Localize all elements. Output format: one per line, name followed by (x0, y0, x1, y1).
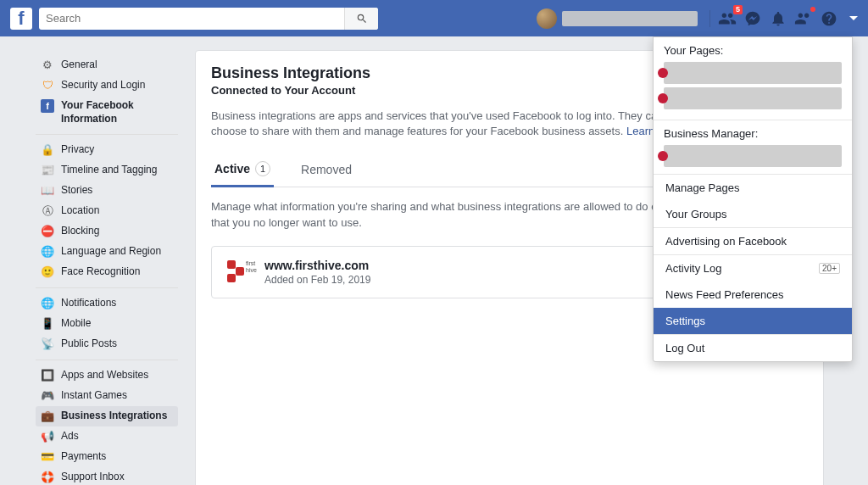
dropdown-log-out[interactable]: Log Out (654, 335, 852, 361)
book-icon: 📖 (41, 184, 54, 198)
sidebar-item-notifications[interactable]: 🌐Notifications (36, 293, 178, 314)
block-icon: ⛔ (41, 225, 54, 238)
search-icon (356, 13, 368, 25)
gamepad-icon: 🎮 (41, 389, 54, 403)
profile-link[interactable] (531, 6, 703, 31)
sidebar-item-language[interactable]: 🌐Language and Region (36, 242, 178, 262)
sidebar-item-apps[interactable]: 🔲Apps and Websites (36, 365, 178, 386)
mobile-icon: 📱 (41, 317, 54, 331)
search-wrap (39, 8, 378, 30)
bm-entry-redacted[interactable] (664, 145, 842, 167)
avatar (537, 8, 557, 29)
facebook-logo[interactable]: f (10, 8, 32, 30)
quick-help-icon[interactable] (793, 8, 814, 29)
dropdown-news-feed[interactable]: News Feed Preferences (654, 282, 852, 308)
page-entry-redacted[interactable] (664, 62, 842, 84)
facebook-small-icon: f (41, 99, 54, 113)
lifebuoy-icon: 🛟 (41, 471, 54, 484)
apps-icon: 🔲 (41, 369, 54, 382)
tab-active[interactable]: Active 1 (211, 153, 274, 187)
rss-icon: 📡 (41, 337, 54, 351)
messenger-icon[interactable] (743, 8, 763, 29)
face-icon: 🙂 (41, 265, 54, 279)
globe-lang-icon: 🌐 (41, 245, 54, 259)
topbar-right: 5 (531, 6, 858, 31)
profile-name-redacted (562, 11, 698, 26)
dropdown-activity-log[interactable]: Activity Log 20+ (654, 255, 852, 282)
dropdown-pages-heading: Your Pages: (664, 44, 842, 57)
globe-icon: 🌐 (41, 297, 54, 310)
sidebar-item-general[interactable]: ⚙General (36, 55, 178, 75)
dropdown-advertising[interactable]: Advertising on Facebook (654, 228, 852, 254)
settings-sidebar: ⚙General 🛡Security and Login fYour Faceb… (36, 50, 178, 485)
sidebar-item-privacy[interactable]: 🔒Privacy (36, 140, 178, 160)
dot-badge (810, 7, 815, 12)
search-input[interactable] (39, 8, 378, 30)
sidebar-item-public-posts[interactable]: 📡Public Posts (36, 334, 178, 354)
app-text: www.firsthive.com Added on Feb 19, 2019 (264, 259, 370, 286)
sidebar-item-stories[interactable]: 📖Stories (36, 181, 178, 201)
account-dropdown: Your Pages: Business Manager: Manage Pag… (653, 36, 853, 362)
sidebar-item-blocking[interactable]: ⛔Blocking (36, 221, 178, 242)
sidebar-item-ads[interactable]: 📢Ads (36, 426, 178, 447)
account-menu-caret[interactable] (849, 16, 858, 20)
shield-icon: 🛡 (41, 79, 54, 92)
activity-count-badge: 20+ (819, 263, 840, 274)
dropdown-settings[interactable]: Settings (654, 308, 852, 334)
sidebar-item-instant-games[interactable]: 🎮Instant Games (36, 386, 178, 406)
sidebar-item-your-info[interactable]: fYour Facebook Information (36, 96, 178, 129)
sidebar-item-payments[interactable]: 💳Payments (36, 447, 178, 467)
tab-count: 1 (255, 161, 270, 176)
help-icon[interactable] (819, 8, 839, 29)
app-name: www.firsthive.com (264, 259, 370, 272)
tab-removed[interactable]: Removed (298, 154, 355, 185)
separator (709, 10, 710, 27)
dropdown-bm-heading: Business Manager: (664, 127, 842, 140)
top-nav: f 5 (0, 0, 868, 36)
sidebar-item-business-integrations[interactable]: 💼Business Integrations (36, 406, 178, 426)
dropdown-manage-pages[interactable]: Manage Pages (654, 175, 852, 201)
friend-badge: 5 (733, 5, 743, 14)
sidebar-item-location[interactable]: ⒶLocation (36, 201, 178, 221)
page-entry-redacted[interactable] (664, 87, 842, 109)
friend-requests-icon[interactable]: 5 (717, 8, 737, 29)
lock-icon: 🔒 (41, 143, 54, 157)
card-icon: 💳 (41, 450, 54, 464)
sidebar-item-mobile[interactable]: 📱Mobile (36, 314, 178, 334)
briefcase-icon: 💼 (41, 410, 54, 423)
sidebar-item-support-inbox[interactable]: 🛟Support Inbox (36, 467, 178, 485)
notifications-icon[interactable] (768, 8, 788, 29)
ads-icon: 📢 (41, 430, 54, 443)
search-button[interactable] (344, 8, 378, 30)
gear-icon: ⚙ (41, 59, 54, 72)
sidebar-item-timeline[interactable]: 📰Timeline and Tagging (36, 160, 178, 181)
app-logo: first hive (224, 257, 254, 287)
app-added-date: Added on Feb 19, 2019 (264, 274, 370, 286)
timeline-icon: 📰 (41, 164, 54, 177)
sidebar-item-security[interactable]: 🛡Security and Login (36, 75, 178, 96)
dropdown-your-groups[interactable]: Your Groups (654, 201, 852, 227)
location-icon: Ⓐ (41, 204, 54, 218)
sidebar-item-face[interactable]: 🙂Face Recognition (36, 262, 178, 282)
